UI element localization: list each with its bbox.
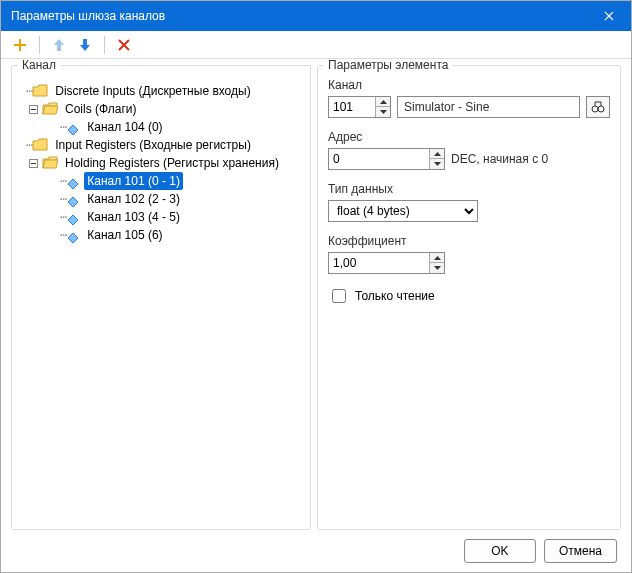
spin-up-icon[interactable]: [430, 253, 444, 263]
binoculars-icon: [591, 101, 605, 113]
dialog-body: Канал ⋯ Discrete Inputs (Дискретные вход…: [1, 59, 631, 530]
tree-item-channel-105[interactable]: ⋯ Канал 105 (6): [18, 226, 304, 244]
dialog-window: Параметры шлюза каналов Канал ⋯: [0, 0, 632, 573]
coef-field-group: Коэффициент: [328, 234, 610, 274]
folder-icon: [32, 84, 48, 98]
dialog-footer: OK Отмена: [1, 530, 631, 572]
channel-icon: [68, 194, 78, 204]
folder-open-icon: [42, 102, 58, 116]
tree-label: Канал 101 (0 - 1): [84, 172, 183, 190]
toolbar-separator: [39, 36, 40, 54]
window-title: Параметры шлюза каналов: [11, 9, 587, 23]
folder-icon: [32, 138, 48, 152]
channel-label: Канал: [328, 78, 610, 92]
address-field-group: Адрес DEC, начиная с 0: [328, 130, 610, 170]
tree-item-channel-104[interactable]: ⋯ Канал 104 (0): [18, 118, 304, 136]
svg-point-3: [598, 106, 604, 112]
spin-down-icon[interactable]: [430, 159, 444, 169]
add-button[interactable]: [11, 36, 29, 54]
coef-input[interactable]: [329, 253, 429, 273]
folder-open-icon: [42, 156, 58, 170]
collapse-icon[interactable]: [26, 156, 40, 170]
element-params-panel: Параметры элемента Канал Simulator - Sin…: [317, 65, 621, 530]
ok-button[interactable]: OK: [464, 539, 536, 563]
tree-item-channel-102[interactable]: ⋯ Канал 102 (2 - 3): [18, 190, 304, 208]
svg-point-2: [592, 106, 598, 112]
tree-dots: ⋯: [60, 118, 66, 136]
datatype-label: Тип данных: [328, 182, 610, 196]
tree-item-discrete-inputs[interactable]: ⋯ Discrete Inputs (Дискретные входы): [18, 82, 304, 100]
channel-icon: [68, 176, 78, 186]
tree-dots: ⋯: [60, 190, 66, 208]
toolbar: [1, 31, 631, 59]
address-spinner[interactable]: [328, 148, 445, 170]
channel-tree-panel: Канал ⋯ Discrete Inputs (Дискретные вход…: [11, 65, 311, 530]
tree-item-channel-103[interactable]: ⋯ Канал 103 (4 - 5): [18, 208, 304, 226]
channel-icon: [68, 230, 78, 240]
datatype-select[interactable]: float (4 bytes): [328, 200, 478, 222]
tree-label: Канал 102 (2 - 3): [84, 190, 183, 208]
delete-button[interactable]: [115, 36, 133, 54]
tree-label: Канал 104 (0): [84, 118, 165, 136]
tree-label: Input Registers (Входные регистры): [52, 136, 254, 154]
tree-dots: ⋯: [60, 226, 66, 244]
move-up-button[interactable]: [50, 36, 68, 54]
tree-label: Канал 105 (6): [84, 226, 165, 244]
coef-spinner[interactable]: [328, 252, 445, 274]
channel-name-display: Simulator - Sine: [397, 96, 580, 118]
channel-tree[interactable]: ⋯ Discrete Inputs (Дискретные входы) Coi…: [16, 78, 306, 525]
tree-dots: ⋯: [60, 172, 66, 190]
spin-down-icon[interactable]: [376, 107, 390, 117]
channel-icon: [68, 122, 78, 132]
spin-up-icon[interactable]: [430, 149, 444, 159]
channel-field-group: Канал Simulator - Sine: [328, 78, 610, 118]
channel-number-spinner[interactable]: [328, 96, 391, 118]
collapse-icon[interactable]: [26, 102, 40, 116]
move-down-button[interactable]: [76, 36, 94, 54]
tree-item-input-registers[interactable]: ⋯ Input Registers (Входные регистры): [18, 136, 304, 154]
tree-item-channel-101[interactable]: ⋯ Канал 101 (0 - 1): [18, 172, 304, 190]
browse-button[interactable]: [586, 96, 610, 118]
tree-label: Discrete Inputs (Дискретные входы): [52, 82, 253, 100]
tree-label: Канал 103 (4 - 5): [84, 208, 183, 226]
readonly-checkbox[interactable]: [332, 289, 346, 303]
toolbar-separator: [104, 36, 105, 54]
tree-item-coils[interactable]: Coils (Флаги): [18, 100, 304, 118]
address-suffix: DEC, начиная с 0: [451, 152, 548, 166]
titlebar: Параметры шлюза каналов: [1, 1, 631, 31]
channel-number-input[interactable]: [329, 97, 375, 117]
readonly-label: Только чтение: [355, 289, 435, 303]
spin-down-icon[interactable]: [430, 263, 444, 273]
tree-item-holding-registers[interactable]: Holding Registers (Регистры хранения): [18, 154, 304, 172]
panel-title-right: Параметры элемента: [324, 59, 452, 72]
channel-icon: [68, 212, 78, 222]
readonly-field-group: Только чтение: [328, 286, 610, 306]
cancel-button[interactable]: Отмена: [544, 539, 617, 563]
datatype-field-group: Тип данных float (4 bytes): [328, 182, 610, 222]
tree-dots: ⋯: [60, 208, 66, 226]
address-input[interactable]: [329, 149, 429, 169]
coef-label: Коэффициент: [328, 234, 610, 248]
panel-title-left: Канал: [18, 59, 60, 72]
address-label: Адрес: [328, 130, 610, 144]
tree-label: Coils (Флаги): [62, 100, 139, 118]
spin-up-icon[interactable]: [376, 97, 390, 107]
close-button[interactable]: [587, 1, 631, 31]
tree-label: Holding Registers (Регистры хранения): [62, 154, 282, 172]
